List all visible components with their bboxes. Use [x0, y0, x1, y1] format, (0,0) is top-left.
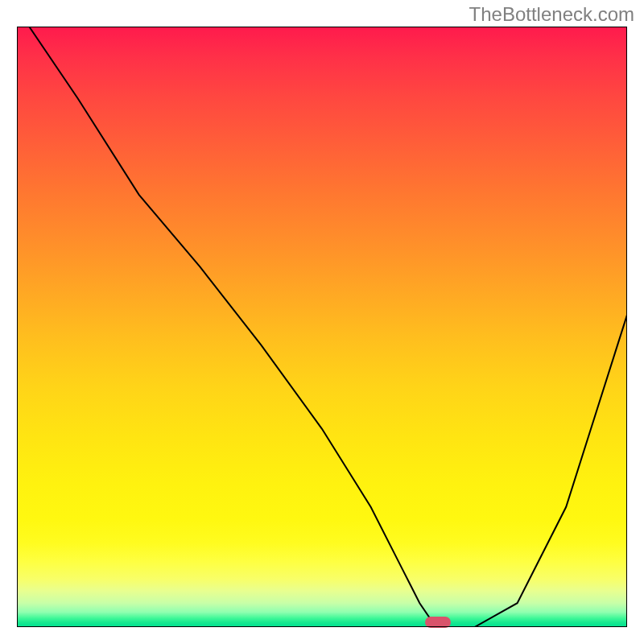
bottleneck-curve: [29, 27, 627, 627]
optimal-marker: [425, 617, 451, 628]
watermark-text: TheBottleneck.com: [469, 3, 634, 26]
chart-container: TheBottleneck.com: [0, 0, 644, 644]
curve-layer: [17, 27, 627, 627]
